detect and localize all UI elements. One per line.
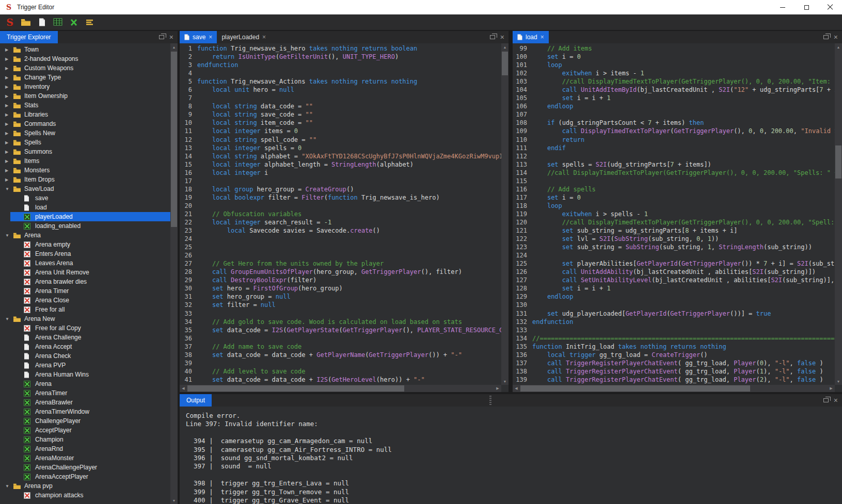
tree-item[interactable]: Inventory bbox=[0, 82, 170, 91]
tree-item[interactable]: Change Type bbox=[0, 73, 170, 82]
tree-item[interactable]: Custom Weapons bbox=[0, 63, 170, 73]
maximize-button[interactable] bbox=[795, 0, 818, 14]
chevron-collapsed-icon[interactable] bbox=[4, 66, 13, 71]
tree-item[interactable]: Item Ownership bbox=[0, 91, 170, 101]
horizontal-scrollbar[interactable] bbox=[180, 385, 501, 392]
tree-item[interactable]: Items bbox=[0, 156, 170, 166]
tree-item[interactable]: Arena Close bbox=[0, 296, 170, 305]
tree-item[interactable]: Free for all Copy bbox=[0, 323, 170, 333]
scrollbar-thumb[interactable] bbox=[835, 145, 841, 178]
vertical-scrollbar[interactable] bbox=[835, 43, 842, 385]
scrollbar-thumb[interactable] bbox=[520, 385, 750, 392]
float-panel-icon[interactable] bbox=[159, 35, 164, 39]
horizontal-scrollbar[interactable] bbox=[513, 385, 835, 392]
trigger-grid-icon[interactable] bbox=[53, 17, 63, 27]
tree-item[interactable]: Summons bbox=[0, 147, 170, 156]
minimize-button[interactable] bbox=[771, 0, 795, 14]
tree-item[interactable]: ArenaTimer bbox=[0, 388, 170, 398]
chevron-collapsed-icon[interactable] bbox=[4, 122, 13, 126]
chevron-collapsed-icon[interactable] bbox=[4, 47, 13, 52]
tab-close-icon[interactable] bbox=[541, 34, 544, 40]
tree-item[interactable]: Arena Accept bbox=[0, 342, 170, 351]
scrollbar-thumb[interactable] bbox=[187, 385, 404, 392]
chevron-collapsed-icon[interactable] bbox=[4, 94, 13, 99]
tree-item[interactable]: Commands bbox=[0, 119, 170, 128]
editor-splitter[interactable] bbox=[509, 31, 513, 392]
tree-item[interactable]: Free for all bbox=[0, 305, 170, 314]
close-button[interactable] bbox=[818, 0, 842, 14]
tree-item[interactable]: Libraries bbox=[0, 110, 170, 119]
chevron-collapsed-icon[interactable] bbox=[4, 75, 13, 80]
tree-item[interactable]: Arena bbox=[0, 379, 170, 388]
close-panel-icon[interactable] bbox=[500, 34, 504, 41]
scrollbar-thumb[interactable] bbox=[502, 52, 508, 75]
tree-item[interactable]: Spells bbox=[0, 138, 170, 147]
tree-item[interactable]: load bbox=[0, 203, 170, 212]
tab-close-icon[interactable] bbox=[209, 34, 212, 40]
tree-item[interactable]: champion attacks bbox=[0, 491, 170, 500]
float-panel-icon[interactable] bbox=[490, 35, 495, 39]
open-folder-icon[interactable] bbox=[21, 17, 31, 27]
chevron-expanded-icon[interactable] bbox=[4, 317, 13, 321]
tree-item[interactable]: Arena bbox=[0, 231, 170, 240]
scroll-up-icon[interactable] bbox=[835, 43, 842, 51]
chevron-collapsed-icon[interactable] bbox=[4, 103, 13, 108]
tab-playerLoaded[interactable]: playerLoaded bbox=[217, 31, 271, 43]
scroll-left-icon[interactable] bbox=[513, 385, 520, 392]
tree-item[interactable]: Leaves Arena bbox=[0, 258, 170, 268]
scroll-right-icon[interactable] bbox=[828, 385, 835, 392]
scrollbar-thumb[interactable] bbox=[171, 52, 177, 227]
vertical-scrollbar[interactable] bbox=[501, 43, 509, 385]
tree-item[interactable]: Arena brawler dies bbox=[0, 277, 170, 286]
tree-item[interactable]: AcceptPlayer bbox=[0, 426, 170, 435]
tab-save[interactable]: save bbox=[180, 31, 217, 43]
scroll-up-icon[interactable] bbox=[501, 43, 509, 51]
tree-item[interactable]: Arena PVP bbox=[0, 361, 170, 370]
chevron-expanded-icon[interactable] bbox=[4, 233, 13, 238]
chevron-expanded-icon[interactable] bbox=[4, 187, 13, 191]
tree-item[interactable]: Spells New bbox=[0, 128, 170, 138]
tree-item[interactable]: ArenaTimerWindow bbox=[0, 407, 170, 416]
tree-item[interactable]: ChallengePlayer bbox=[0, 416, 170, 426]
tree-item[interactable]: Arena Check bbox=[0, 351, 170, 361]
splitter-grip[interactable] bbox=[489, 396, 491, 405]
tree-item[interactable]: save bbox=[0, 193, 170, 203]
tree-vertical-scrollbar[interactable] bbox=[170, 43, 178, 504]
tab-load[interactable]: load bbox=[513, 31, 549, 43]
close-panel-icon[interactable] bbox=[834, 397, 838, 404]
tree-item[interactable]: Arena Human Wins bbox=[0, 370, 170, 379]
chevron-collapsed-icon[interactable] bbox=[4, 112, 13, 117]
code-lines[interactable]: 99 // Add items100 set i = 0101 loop102 … bbox=[513, 43, 835, 385]
scroll-down-icon[interactable] bbox=[170, 497, 178, 504]
tree-item[interactable]: Arena Challenge bbox=[0, 333, 170, 342]
chevron-collapsed-icon[interactable] bbox=[4, 168, 13, 173]
tree-item[interactable]: loading_enabled bbox=[0, 221, 170, 231]
tree-item[interactable]: ArenaChallengePlayer bbox=[0, 463, 170, 472]
tree-item[interactable]: ArenaRnd bbox=[0, 444, 170, 453]
new-file-icon[interactable] bbox=[37, 17, 47, 27]
scroll-left-icon[interactable] bbox=[180, 385, 187, 392]
chevron-collapsed-icon[interactable] bbox=[4, 131, 13, 136]
chevron-collapsed-icon[interactable] bbox=[4, 159, 13, 164]
code-lines[interactable]: 1function Trig_newsave_is_hero takes not… bbox=[180, 43, 501, 385]
variables-icon[interactable] bbox=[69, 17, 79, 27]
tree-item[interactable]: Town bbox=[0, 45, 170, 54]
tree-item[interactable]: Save/Load bbox=[0, 184, 170, 193]
tree-item[interactable]: Enters Arena bbox=[0, 249, 170, 258]
chevron-collapsed-icon[interactable] bbox=[4, 177, 13, 182]
script-list-icon[interactable] bbox=[85, 17, 95, 27]
tree-item[interactable]: Arena pvp bbox=[0, 481, 170, 491]
close-panel-icon[interactable] bbox=[169, 34, 173, 41]
tree-item[interactable]: Arena Timer bbox=[0, 286, 170, 296]
app-logo-icon[interactable] bbox=[5, 17, 15, 27]
tree-item[interactable]: Arena New bbox=[0, 314, 170, 323]
float-panel-icon[interactable] bbox=[823, 398, 829, 402]
tree-item[interactable]: Item Drops bbox=[0, 175, 170, 184]
tree-item[interactable]: 2-handed Weapons bbox=[0, 54, 170, 63]
tab-close-icon[interactable] bbox=[262, 34, 266, 40]
tab-output[interactable]: Output bbox=[180, 394, 212, 407]
tree-item[interactable]: ArenaBrawler bbox=[0, 398, 170, 407]
chevron-expanded-icon[interactable] bbox=[4, 484, 13, 489]
tree-item[interactable]: Arena empty bbox=[0, 240, 170, 249]
scroll-right-icon[interactable] bbox=[494, 385, 501, 392]
